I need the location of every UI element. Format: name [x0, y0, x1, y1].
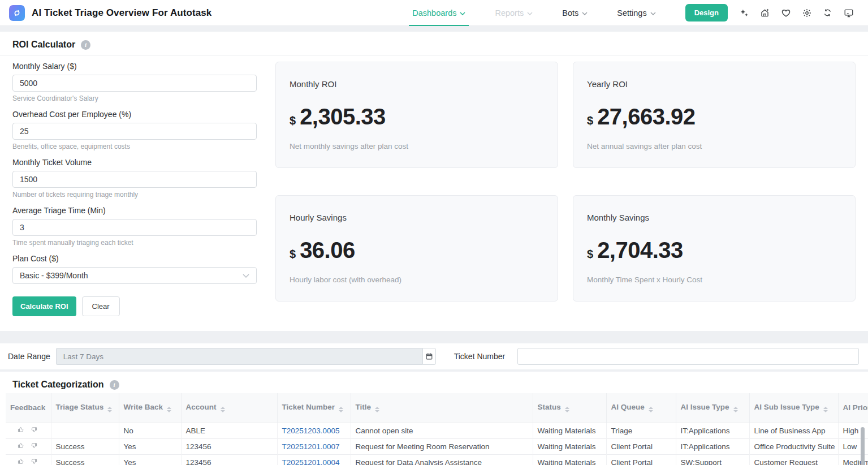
triage-status-cell: Success [51, 454, 119, 465]
card-title: Yearly ROI [587, 79, 841, 89]
status-cell: Waiting Materials [533, 423, 606, 438]
col-ai-queue[interactable]: AI Queue [606, 393, 676, 423]
monitor-icon[interactable] [838, 5, 859, 21]
ai-sub-issue-type-cell: Line of Business App [749, 423, 838, 438]
col-title[interactable]: Title [351, 393, 533, 423]
plan-cost-label: Plan Cost ($) [12, 254, 257, 263]
overhead-cost-input[interactable] [12, 123, 257, 140]
ai-sub-issue-type-cell: Customer Request [749, 454, 838, 465]
card-value: 2,704.33 [597, 238, 683, 263]
sort-icon [221, 407, 225, 412]
currency-symbol: $ [587, 114, 593, 127]
chevron-down-icon [460, 12, 465, 15]
monthly-roi-card: Monthly ROI $2,305.33 Net monthly saving… [275, 62, 558, 168]
account-cell: ABLE [181, 423, 277, 438]
clear-button[interactable]: Clear [82, 296, 120, 316]
ticket-link[interactable]: T20251203.0005 [282, 427, 340, 435]
vertical-scrollbar[interactable] [861, 427, 865, 465]
col-ai-issue-type[interactable]: AI Issue Type [676, 393, 749, 423]
plan-cost-select[interactable]: Basic - $399/Month [12, 267, 257, 284]
title-cell: Request for Data Analysis Assistance [351, 454, 533, 465]
page-title: AI Ticket Triage Overview For Autotask [32, 7, 211, 19]
account-cell: 123456 [181, 438, 277, 454]
chevron-down-icon [650, 12, 656, 15]
triage-time-input[interactable] [12, 219, 257, 236]
col-ticket-number[interactable]: Ticket Number [277, 393, 351, 423]
thumbs-down-icon[interactable] [31, 458, 38, 465]
ticket-link[interactable]: T20251201.0004 [282, 458, 340, 465]
app-logo-icon [9, 5, 25, 21]
triage-status-cell [51, 423, 119, 438]
ai-sub-issue-type-cell: Office Productivity Suite [749, 438, 838, 454]
ticket-number-label: Ticket Number [454, 352, 506, 361]
sparkles-icon[interactable] [733, 5, 754, 21]
thumbs-down-icon[interactable] [31, 442, 38, 449]
top-header: AI Ticket Triage Overview For Autotask D… [0, 0, 868, 26]
thumbs-up-icon[interactable] [17, 426, 24, 433]
card-subtitle: Net annual savings after plan cost [587, 142, 841, 150]
nav-settings[interactable]: Settings [614, 0, 659, 26]
nav-reports[interactable]: Reports [491, 0, 536, 26]
col-ai-priority[interactable]: AI Priority [838, 393, 868, 423]
card-subtitle: Monthly Time Spent x Hourly Cost [587, 275, 841, 284]
card-subtitle: Hourly labor cost (with overhead) [290, 275, 544, 284]
table-row: Success Yes 123456 T20251201.0004 Reques… [6, 454, 868, 465]
currency-symbol: $ [587, 248, 593, 261]
title-cell: Cannot open site [351, 423, 533, 438]
thumbs-up-icon[interactable] [17, 442, 24, 449]
thumbs-up-icon[interactable] [17, 458, 24, 465]
gear-icon[interactable] [796, 5, 817, 21]
roi-calculator-title: ROI Calculator [12, 40, 75, 50]
nav-bots[interactable]: Bots [559, 0, 591, 26]
ticket-number-input[interactable] [517, 348, 859, 365]
nav-dashboards[interactable]: Dashboards [409, 0, 469, 26]
col-account[interactable]: Account [181, 393, 277, 423]
status-cell: Waiting Materials [533, 454, 606, 465]
date-range-input[interactable] [56, 348, 422, 365]
col-ai-sub-issue-type[interactable]: AI Sub Issue Type [749, 393, 838, 423]
ticket-volume-hint: Number of tickets requiring triage month… [12, 191, 257, 199]
col-write-back[interactable]: Write Back [119, 393, 181, 423]
col-status[interactable]: Status [533, 393, 606, 423]
ai-issue-type-cell: SW:Support [676, 454, 749, 465]
col-feedback: Feedback [6, 393, 51, 423]
card-value: 27,663.92 [597, 104, 695, 130]
currency-symbol: $ [290, 114, 296, 127]
date-range-label: Date Range [8, 352, 50, 361]
calendar-icon[interactable] [422, 348, 436, 365]
table-row: No ABLE T20251203.0005 Cannot open site … [6, 423, 868, 438]
heart-icon[interactable] [775, 5, 796, 21]
col-triage-status[interactable]: Triage Status [51, 393, 119, 423]
yearly-roi-card: Yearly ROI $27,663.92 Net annual savings… [573, 62, 856, 168]
nav-settings-label: Settings [617, 8, 646, 18]
sort-icon [733, 407, 738, 412]
design-button[interactable]: Design [685, 4, 728, 21]
chevron-down-icon [582, 12, 588, 15]
ticket-table-viewport: Feedback Triage Status Write Back Accoun… [6, 393, 868, 465]
home-icon[interactable] [754, 5, 775, 21]
thumbs-down-icon[interactable] [31, 426, 38, 433]
sync-icon[interactable] [817, 5, 838, 21]
info-icon[interactable]: i [110, 380, 119, 390]
chevron-down-icon [527, 12, 533, 15]
card-value: 36.06 [300, 238, 355, 263]
filter-bar: Date Range Ticket Number [0, 343, 868, 369]
ticket-link[interactable]: T20251201.0007 [282, 442, 340, 451]
ticket-table: Feedback Triage Status Write Back Accoun… [6, 393, 868, 465]
sort-icon [823, 407, 828, 412]
card-subtitle: Net monthly savings after plan cost [290, 142, 544, 150]
overhead-cost-hint: Benefits, office space, equipment costs [12, 143, 257, 150]
calculate-roi-button[interactable]: Calculate ROI [12, 296, 76, 316]
info-icon[interactable]: i [81, 40, 90, 50]
monthly-salary-input[interactable] [12, 75, 257, 92]
sort-icon [167, 407, 171, 412]
status-cell: Waiting Materials [533, 438, 606, 454]
ai-queue-cell: Triage [606, 423, 676, 438]
ticket-volume-input[interactable] [12, 171, 257, 188]
roi-calculator-section: ROI Calculator i Monthly Salary ($) Serv… [0, 32, 868, 331]
title-cell: Request for Meeting Room Reservation [351, 438, 533, 454]
card-value: 2,305.33 [300, 104, 386, 130]
currency-symbol: $ [290, 248, 296, 261]
plan-cost-value: Basic - $399/Month [20, 271, 88, 280]
ai-issue-type-cell: IT:Applications [676, 423, 749, 438]
